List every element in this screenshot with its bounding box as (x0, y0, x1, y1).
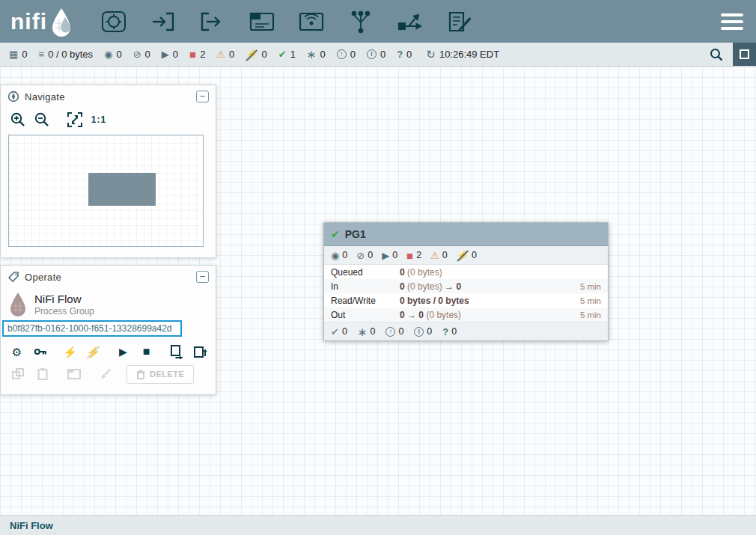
pg-locally-modified-stale: ! 0 (414, 326, 432, 337)
status-bar-right (706, 43, 756, 66)
navigate-palette: Navigate − (0, 85, 216, 258)
refresh-status[interactable]: ↻ 10:26:49 EDT (426, 49, 499, 60)
running-icon: ▶ (162, 49, 169, 59)
create-template-button[interactable] (166, 342, 186, 361)
nifi-logo-text: nifi (10, 10, 47, 33)
toolbar-process-group[interactable] (248, 7, 276, 37)
operate-palette: Operate − NiFi Flow Process Group b0f827… (0, 265, 216, 395)
refresh-time: 10:26:49 EDT (439, 49, 499, 60)
selection-id-field[interactable]: b0f827fb-0162-1000-f651-13328699a42d (2, 320, 182, 337)
process-group-metrics: Queued 0 (0 bytes) In 0 (0 bytes) → 0 5 … (324, 265, 608, 322)
status-up-to-date: ✔ 1 (278, 49, 296, 60)
start-button[interactable]: ▶ (113, 342, 133, 361)
operate-buttons-row-1: ⚙ ⚡ ⚡ ▶ ■ (1, 340, 216, 363)
sync-failure-icon: ? (397, 49, 403, 59)
locally-modified-stale-icon: ! (367, 49, 377, 59)
metric-row-out: Out 0 → 0 (0 bytes) 5 min (324, 308, 608, 322)
zoom-in-button[interactable] (8, 111, 28, 129)
pg-stat-invalid: ⚠ 0 (430, 250, 448, 260)
process-group-header: ✔ PG1 (324, 223, 608, 246)
flow-status-bar: ▦ 0 ≡ 0 / 0 bytes ◉ 0 ⊘ 0 ▶ 0 ■ 2 ⚠ 0 ⚡ (0, 43, 756, 67)
locally-modified-icon: ∗ (358, 326, 368, 337)
not-transmitting-icon: ⊘ (356, 251, 365, 260)
bolt-slash-icon: ⚡ (86, 346, 100, 358)
status-active-threads: ▦ 0 (9, 49, 28, 60)
stopped-icon: ■ (406, 250, 413, 261)
create-template-icon (169, 344, 184, 359)
process-group-component[interactable]: ✔ PG1 ◉ 0 ⊘ 0 ▶ 0 ■ 2 (323, 222, 609, 341)
status-stopped: ■ 2 (189, 49, 205, 60)
status-locally-modified: ∗ 0 (307, 49, 326, 60)
disabled-icon: ⚡ (457, 251, 469, 260)
toolbar-template[interactable] (396, 7, 424, 37)
navigate-toolbar: 1:1 (1, 108, 216, 133)
nifi-app: nifi (0, 0, 756, 535)
metric-row-read-write: Read/Write 0 bytes / 0 bytes 5 min (324, 293, 608, 308)
global-menu-button[interactable] (717, 9, 747, 34)
threads-icon: ▦ (9, 49, 18, 59)
toolbar-output-port[interactable] (198, 7, 227, 37)
pg-stat-transmitting: ◉ 0 (331, 250, 347, 260)
pg-locally-modified: ∗ 0 (358, 326, 376, 337)
operate-tag-icon (7, 271, 19, 283)
processor-icon (100, 9, 127, 34)
hamburger-icon (721, 13, 743, 16)
app-header: nifi (0, 0, 756, 43)
upload-template-icon (192, 344, 207, 359)
toolbar-funnel[interactable] (347, 7, 375, 37)
copy-button[interactable] (7, 364, 28, 384)
toolbar-label[interactable] (445, 7, 474, 37)
toolbar-input-port[interactable] (149, 7, 177, 37)
operate-title: Operate (25, 272, 61, 283)
transmitting-icon: ◉ (104, 49, 112, 59)
disable-button[interactable]: ⚡ (83, 342, 103, 361)
navigate-title: Navigate (25, 91, 65, 103)
search-button[interactable] (706, 44, 727, 65)
enable-button[interactable]: ⚡ (60, 342, 80, 361)
zoom-actual-button[interactable]: 1:1 (89, 111, 109, 129)
toolbar-remote-process-group[interactable] (297, 7, 326, 37)
compass-icon (7, 91, 19, 103)
disabled-icon: ⚡ (246, 49, 257, 59)
queued-icon: ≡ (39, 49, 45, 59)
breadcrumb-bar: NiFi Flow (0, 515, 756, 535)
fill-color-button[interactable] (94, 364, 116, 384)
breadcrumb-nifi-flow[interactable]: NiFi Flow (10, 520, 53, 531)
refresh-icon: ↻ (426, 49, 436, 60)
toolbar-processor[interactable] (100, 7, 128, 37)
pg-sync-failure: ? 0 (442, 326, 457, 337)
invalid-icon: ⚠ (430, 251, 439, 260)
access-policies-button[interactable] (30, 342, 50, 361)
operate-header: Operate − (1, 266, 216, 288)
birdseye-view[interactable] (8, 135, 204, 247)
template-icon (397, 9, 424, 34)
search-icon (710, 48, 723, 61)
stop-button[interactable]: ■ (136, 342, 156, 361)
stale-icon: ↑ (337, 49, 347, 59)
flow-canvas[interactable]: Navigate − (0, 67, 756, 515)
nifi-drop-logo-icon (50, 7, 73, 37)
navigate-header: Navigate − (1, 85, 216, 108)
process-group-icon (249, 9, 275, 34)
operate-buttons-row-2: DELETE (1, 363, 216, 385)
zoom-out-button[interactable] (32, 111, 52, 129)
operate-selection: NiFi Flow Process Group (1, 288, 216, 318)
zoom-fit-button[interactable] (65, 111, 85, 129)
group-button[interactable] (63, 364, 85, 384)
locally-modified-stale-icon: ! (414, 327, 424, 337)
paste-button[interactable] (31, 364, 53, 384)
group-icon (67, 367, 82, 381)
funnel-icon (348, 9, 374, 34)
delete-button[interactable]: DELETE (126, 365, 194, 384)
not-transmitting-icon: ⊘ (133, 49, 141, 59)
configuration-button[interactable]: ⚙ (7, 342, 27, 361)
version-up-to-date-icon: ✔ (331, 229, 340, 239)
input-port-icon (150, 9, 177, 34)
operate-collapse-button[interactable]: − (196, 271, 209, 283)
upload-template-button[interactable] (189, 342, 210, 361)
key-icon (34, 345, 47, 358)
panel-toggle-button[interactable] (733, 43, 756, 66)
process-group-version-states: ✔ 0 ∗ 0 ↑ 0 ! 0 ? 0 (324, 322, 608, 340)
navigate-collapse-button[interactable]: − (196, 91, 209, 103)
status-locally-modified-stale: ! 0 (367, 49, 385, 60)
